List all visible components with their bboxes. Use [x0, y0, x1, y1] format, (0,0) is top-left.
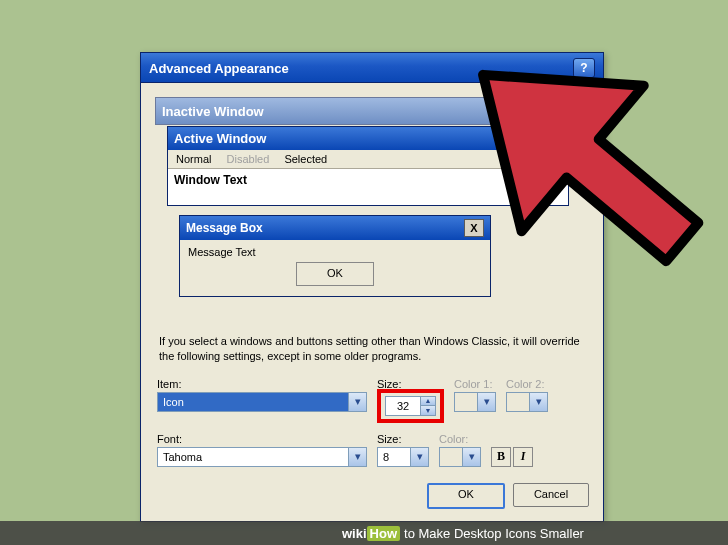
caption-wiki: wiki: [342, 526, 367, 541]
font-color-dropdown[interactable]: ▾: [439, 447, 481, 467]
msgbox-ok-button[interactable]: OK: [296, 262, 374, 286]
preview-menu: Normal Disabled Selected: [168, 150, 568, 168]
menu-selected: Selected: [284, 153, 327, 165]
active-window-title: Active Window: [174, 131, 266, 146]
chevron-down-icon: ▾: [477, 393, 495, 411]
msgbox-text: Message Text: [188, 246, 256, 258]
spin-down-icon[interactable]: ▼: [421, 406, 435, 415]
description-text: If you select a windows and buttons sett…: [159, 334, 585, 364]
wikihow-caption: wikiHow to Make Desktop Icons Smaller: [0, 521, 728, 545]
item-label: Item:: [157, 378, 367, 390]
italic-button[interactable]: I: [513, 447, 533, 467]
chevron-down-icon: ▾: [348, 448, 366, 466]
chevron-down-icon: ▾: [348, 393, 366, 411]
font-dropdown[interactable]: Tahoma ▾: [157, 447, 367, 467]
item-dropdown[interactable]: Icon ▾: [157, 392, 367, 412]
caption-text: to Make Desktop Icons Smaller: [404, 526, 584, 541]
size-highlight: 32 ▲ ▼: [377, 389, 444, 423]
close-icon[interactable]: X: [520, 102, 540, 120]
item-size-value: 32: [386, 397, 420, 415]
msgbox-title: Message Box: [186, 221, 263, 235]
font-size-label: Size:: [377, 433, 429, 445]
item-size-spinner[interactable]: 32 ▲ ▼: [385, 396, 436, 416]
font-value: Tahoma: [158, 451, 348, 463]
cancel-button[interactable]: Cancel: [513, 483, 589, 507]
preview-message-box: Message Box X Message Text OK: [179, 215, 491, 297]
appearance-preview: Inactive Window X Active Window Normal D…: [155, 97, 589, 322]
color2-dropdown[interactable]: ▾: [506, 392, 548, 412]
color1-dropdown[interactable]: ▾: [454, 392, 496, 412]
chevron-down-icon: ▾: [529, 393, 547, 411]
caption-how: How: [367, 526, 400, 541]
preview-active-window: Active Window Normal Disabled Selected W…: [167, 126, 569, 206]
dialog-titlebar[interactable]: Advanced Appearance ?: [141, 53, 603, 83]
ok-button[interactable]: OK: [427, 483, 505, 509]
font-size-value: 8: [378, 451, 410, 463]
close-icon[interactable]: X: [464, 219, 484, 237]
font-color-label: Color:: [439, 433, 481, 445]
menu-normal: Normal: [176, 153, 211, 165]
preview-window-text: Window Text: [168, 168, 568, 205]
color2-label: Color 2:: [506, 378, 548, 390]
inactive-window-title: Inactive Window: [162, 104, 264, 119]
chevron-down-icon: ▾: [462, 448, 480, 466]
bold-button[interactable]: B: [491, 447, 511, 467]
font-size-dropdown[interactable]: 8 ▾: [377, 447, 429, 467]
color1-label: Color 1:: [454, 378, 496, 390]
preview-inactive-window: Inactive Window X: [155, 97, 547, 125]
dialog-title: Advanced Appearance: [149, 61, 289, 76]
help-button[interactable]: ?: [573, 58, 595, 78]
item-value: Icon: [158, 396, 348, 408]
advanced-appearance-dialog: Advanced Appearance ? Inactive Window X …: [140, 52, 604, 522]
menu-disabled: Disabled: [227, 153, 270, 165]
chevron-down-icon: ▾: [410, 448, 428, 466]
spin-up-icon[interactable]: ▲: [421, 397, 435, 407]
font-label: Font:: [157, 433, 367, 445]
